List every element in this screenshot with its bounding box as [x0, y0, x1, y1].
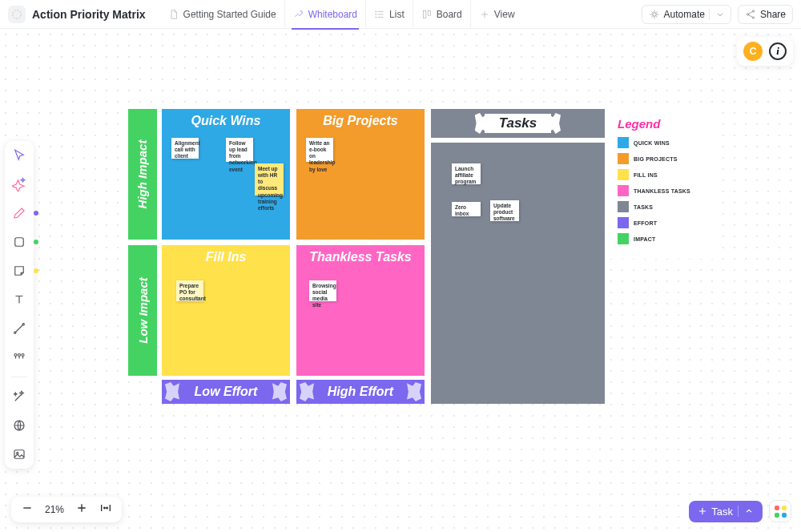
quadrant-big-projects[interactable]: Big Projects Write an e-book on leadersh…	[296, 109, 425, 240]
legend-row: EFFORT	[618, 217, 710, 228]
bottom-right-controls: Task	[689, 500, 791, 522]
legend-title: Legend	[618, 117, 710, 131]
svg-point-8	[747, 13, 748, 14]
legend-swatch	[618, 185, 629, 196]
legend-label: FILL INS	[634, 172, 658, 178]
avatar[interactable]: C	[743, 42, 763, 61]
zoom-value[interactable]: 21%	[45, 504, 64, 515]
legend-label: QUICK WINS	[634, 140, 670, 146]
share-label: Share	[760, 9, 786, 20]
zoom-in-icon[interactable]	[75, 502, 88, 518]
fit-width-icon[interactable]	[99, 502, 112, 518]
axis-low-impact: Low Impact	[128, 245, 157, 376]
axis-high-effort: High Effort	[296, 380, 425, 404]
svg-rect-5	[428, 10, 431, 15]
sticky-note[interactable]: Alignment call with client	[171, 138, 199, 159]
sticky-note[interactable]: Prepare PO for consultant	[176, 280, 203, 301]
axis-label: High Effort	[328, 385, 393, 399]
text-tool-icon[interactable]	[10, 290, 29, 309]
tab-add-view[interactable]: View	[471, 0, 523, 29]
sticky-note[interactable]: Browsing social media site	[309, 280, 336, 301]
workspace-icon[interactable]	[8, 6, 26, 23]
web-tool-icon[interactable]	[10, 416, 29, 435]
legend-swatch	[618, 137, 629, 148]
sticky-note[interactable]: Launch affiliate program	[452, 163, 481, 184]
legend-row: THANKLESS TASKS	[618, 185, 710, 196]
legend-label: TASKS	[634, 204, 653, 210]
svg-rect-10	[15, 238, 24, 247]
sticky-note[interactable]: Meet up with HR to discuss upcoming trai…	[255, 163, 284, 195]
tab-getting-started[interactable]: Getting Started Guide	[160, 0, 285, 29]
image-tool-icon[interactable]	[10, 445, 29, 464]
chevron-down-icon[interactable]	[709, 9, 731, 20]
share-button[interactable]: Share	[738, 5, 793, 24]
svg-point-7	[752, 10, 754, 11]
svg-point-6	[652, 12, 656, 16]
legend-swatch	[618, 169, 629, 180]
legend-row: FILL INS	[618, 169, 710, 180]
whiteboard-toolbar	[5, 141, 34, 469]
legend-row: BIG PROJECTS	[618, 153, 710, 164]
doc-title[interactable]: Action Priority Matrix	[32, 8, 146, 21]
more-shapes-tool-icon[interactable]	[10, 348, 29, 367]
quadrant-title: Thankless Tasks	[296, 245, 425, 264]
tab-label: List	[389, 9, 405, 20]
chevron-up-icon[interactable]	[738, 506, 759, 517]
legend-label: BIG PROJECTS	[634, 156, 678, 162]
sticky-tool-icon[interactable]	[10, 261, 29, 280]
svg-point-0	[13, 10, 22, 18]
whiteboard-canvas[interactable]: C i	[0, 29, 801, 532]
svg-point-14	[18, 354, 21, 357]
axis-label: Low Effort	[195, 385, 258, 399]
tab-whiteboard[interactable]: Whiteboard	[285, 0, 366, 29]
select-tool-icon[interactable]	[10, 146, 29, 165]
quadrant-title: Fill Ins	[162, 245, 290, 264]
legend-swatch	[618, 153, 629, 164]
quadrant-title: Quick Wins	[162, 109, 290, 128]
magic-tool-icon[interactable]	[10, 387, 29, 406]
legend-row: QUICK WINS	[618, 137, 710, 148]
topbar: Action Priority Matrix Getting Started G…	[0, 0, 801, 29]
collaborator-panel: C i	[737, 37, 793, 66]
legend-row: IMPACT	[618, 233, 710, 244]
new-task-button[interactable]: Task	[689, 501, 763, 522]
automate-button[interactable]: Automate	[642, 5, 731, 24]
legend-panel: Legend QUICK WINSBIG PROJECTSFILL INSTHA…	[610, 109, 718, 259]
pen-tool-icon[interactable]	[10, 204, 29, 223]
shape-tool-icon[interactable]	[10, 232, 29, 252]
topbar-right: Automate Share	[642, 5, 793, 24]
ai-tool-icon[interactable]	[10, 175, 29, 194]
view-tabs: Getting Started Guide Whiteboard List Bo…	[160, 0, 523, 29]
tab-label: View	[494, 9, 515, 20]
tab-label: Whiteboard	[308, 9, 357, 20]
svg-point-15	[22, 354, 24, 357]
svg-point-1	[376, 10, 376, 11]
task-button-label: Task	[708, 506, 738, 518]
connector-tool-icon[interactable]	[10, 319, 29, 338]
toolbar-separator	[11, 377, 27, 377]
legend-swatch	[618, 233, 629, 244]
sticky-note[interactable]: Follow up lead from networking event	[226, 138, 253, 162]
tasks-container[interactable]: Launch affiliate program Zero inbox Upda…	[431, 143, 605, 404]
legend-row: TASKS	[618, 201, 710, 212]
apps-icon[interactable]	[769, 500, 791, 522]
axis-low-effort: Low Effort	[162, 380, 290, 404]
tasks-header-label: Tasks	[485, 114, 552, 133]
svg-point-3	[376, 16, 376, 17]
automate-label: Automate	[664, 9, 705, 20]
quadrant-fill-ins[interactable]: Fill Ins Prepare PO for consultant	[162, 245, 290, 376]
axis-label: Low Impact	[136, 277, 150, 344]
legend-swatch	[618, 217, 629, 228]
sticky-note[interactable]: Write an e-book on leadership by love	[306, 138, 333, 162]
sticky-note[interactable]: Zero inbox	[452, 202, 481, 216]
legend-label: EFFORT	[634, 220, 657, 226]
sticky-note[interactable]: Update product software	[490, 200, 519, 221]
zoom-controls: 21%	[11, 497, 122, 522]
tab-board[interactable]: Board	[413, 0, 471, 29]
info-icon[interactable]: i	[769, 42, 787, 60]
zoom-out-icon[interactable]	[21, 502, 34, 518]
tab-list[interactable]: List	[366, 0, 413, 29]
quadrant-thankless[interactable]: Thankless Tasks Browsing social media si…	[296, 245, 425, 376]
tab-label: Getting Started Guide	[183, 9, 276, 20]
quadrant-quick-wins[interactable]: Quick Wins Alignment call with client Fo…	[162, 109, 290, 240]
